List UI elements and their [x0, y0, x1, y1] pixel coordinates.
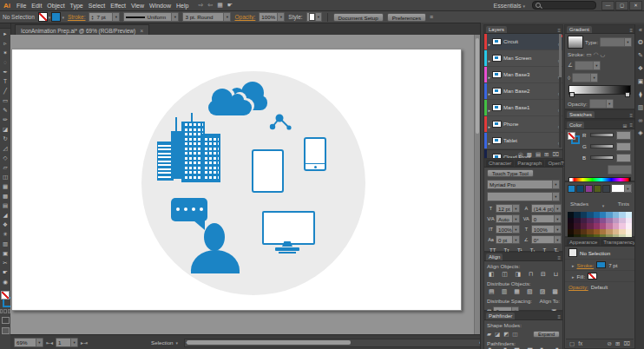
touch-type-tool-button[interactable]: Touch Type Tool: [487, 169, 534, 177]
layer-thumbnail[interactable]: [492, 121, 502, 128]
leading-field[interactable]: (14.4 pt): [531, 204, 562, 213]
color-button[interactable]: [0, 309, 3, 313]
fill-swatch[interactable]: [38, 12, 48, 22]
menu-item[interactable]: Effect: [110, 3, 126, 9]
eraser-tool-icon[interactable]: ◪: [0, 124, 10, 134]
building-solid-tower[interactable]: [171, 131, 181, 179]
last-artboard-icon[interactable]: ⇥: [83, 340, 88, 346]
chevron-down-icon[interactable]: [552, 181, 559, 188]
chevron-down-icon[interactable]: [624, 38, 631, 46]
restore-button[interactable]: ▢: [615, 1, 628, 10]
canvas-pasteboard[interactable]: [10, 35, 480, 334]
stock-icon[interactable]: ⇦: [207, 2, 213, 9]
harmony-rules-select[interactable]: [611, 184, 632, 193]
vertical-scale-field[interactable]: 100%: [496, 225, 520, 234]
layer-name[interactable]: Tablet: [503, 138, 556, 143]
gradient-thumbnail[interactable]: [568, 36, 583, 49]
links-icon[interactable]: ∞: [639, 117, 643, 123]
horizontal-scrollbar[interactable]: [184, 339, 483, 347]
expand-triangle-icon[interactable]: [572, 262, 575, 268]
tab-close-icon[interactable]: ×: [140, 28, 143, 34]
magic-wand-tool-icon[interactable]: ✶: [0, 48, 10, 57]
gradient-button[interactable]: [3, 309, 6, 313]
tab-layers[interactable]: Layers: [486, 26, 507, 33]
baseline-shift-field[interactable]: 0 pt: [496, 235, 520, 244]
minus-front-icon[interactable]: ◪: [495, 331, 500, 338]
variable-width-select[interactable]: Uniform: [123, 12, 179, 22]
fx-icon[interactable]: fx: [578, 340, 582, 347]
draw-mode-button[interactable]: [2, 317, 10, 324]
tab-character-group[interactable]: Paragraph: [515, 160, 544, 167]
opacity-link[interactable]: Opacity:: [568, 284, 588, 290]
share-icon[interactable]: ☛: [227, 2, 233, 9]
expand-triangle-icon[interactable]: [489, 133, 491, 148]
menu-item[interactable]: Edit: [31, 3, 42, 9]
eyedropper-tool-icon[interactable]: ◢: [0, 210, 10, 220]
collapse-panels-icon[interactable]: «: [639, 27, 642, 33]
expand-triangle-icon[interactable]: [489, 34, 491, 49]
chevron-down-icon[interactable]: [171, 13, 178, 21]
tints-label[interactable]: Tints: [618, 201, 629, 207]
layer-row[interactable]: Circuit: [484, 34, 562, 50]
harmony-swatch[interactable]: [576, 185, 584, 193]
rectangle-tool-icon[interactable]: ▭: [0, 95, 10, 105]
gradient-angle-field[interactable]: [575, 61, 601, 70]
distribute-left-icon[interactable]: ▧: [527, 288, 533, 295]
harmony-swatch[interactable]: [594, 185, 601, 193]
minimize-button[interactable]: —: [601, 1, 614, 10]
harmony-swatch[interactable]: [585, 185, 593, 193]
grid-view-icon[interactable]: ⊞: [622, 122, 627, 128]
layer-row[interactable]: Man Base3: [484, 67, 562, 83]
expand-triangle-icon[interactable]: [489, 83, 491, 99]
arrange-documents-icon[interactable]: ▦: [217, 2, 223, 9]
layer-name[interactable]: Man Screen: [503, 56, 556, 61]
expand-triangle-icon[interactable]: [489, 100, 491, 115]
align-h-center-icon[interactable]: ◫: [502, 271, 508, 278]
chevron-down-icon[interactable]: [554, 215, 561, 222]
harmony-swatch[interactable]: [568, 185, 575, 193]
tablet-icon[interactable]: [252, 149, 284, 193]
cloud-front-icon[interactable]: [208, 89, 253, 115]
clear-appearance-icon[interactable]: ⊘: [608, 340, 612, 347]
blend-tool-icon[interactable]: ❖: [0, 220, 10, 229]
chevron-down-icon[interactable]: [62, 14, 64, 20]
document-setup-button[interactable]: Document Setup: [333, 13, 384, 22]
style-select[interactable]: [306, 12, 322, 22]
menu-item[interactable]: Object: [47, 3, 64, 9]
workspace-switcher[interactable]: Essentials: [494, 3, 525, 9]
gradient-opacity-field[interactable]: [589, 99, 614, 109]
distribute-top-icon[interactable]: ▤: [489, 288, 495, 295]
menu-item[interactable]: Help: [176, 3, 188, 9]
layer-thumbnail[interactable]: [492, 55, 502, 63]
unite-icon[interactable]: ▰: [487, 331, 491, 338]
building-antenna[interactable]: [175, 117, 177, 132]
chevron-down-icon[interactable]: [49, 14, 51, 20]
layer-thumbnail[interactable]: [492, 71, 502, 79]
tracking-field[interactable]: 0: [531, 214, 562, 223]
layer-name[interactable]: Man Base1: [503, 105, 556, 110]
chat-bubble-icon[interactable]: [171, 198, 207, 221]
font-style-select[interactable]: [487, 192, 560, 201]
graphic-styles-icon[interactable]: ▣: [638, 78, 644, 85]
rotation-field[interactable]: 0°: [531, 235, 562, 244]
duplicate-item-icon[interactable]: ⊞: [615, 340, 620, 347]
gradient-stop[interactable]: [625, 92, 630, 97]
brushes-icon[interactable]: ✎: [638, 52, 643, 59]
pen-tool-icon[interactable]: ✒: [0, 67, 10, 76]
bridge-icon[interactable]: ⇨: [198, 2, 203, 9]
panel-menu-icon[interactable]: ≡: [557, 314, 561, 319]
panel-menu-icon[interactable]: ≡: [629, 122, 633, 128]
layer-name[interactable]: Man Base2: [503, 89, 556, 94]
layer-name[interactable]: Man Base3: [503, 72, 556, 77]
tab-appearance-group[interactable]: Transparency: [601, 239, 637, 246]
free-transform-tool-icon[interactable]: ▱: [0, 162, 10, 172]
navigator-icon[interactable]: ◈: [638, 129, 642, 136]
tab-swatches[interactable]: Swatches: [567, 111, 595, 118]
pencil-tool-icon[interactable]: ✏: [0, 115, 10, 124]
expand-triangle-icon[interactable]: [489, 67, 491, 82]
lasso-tool-icon[interactable]: ◌: [0, 57, 10, 67]
layer-thumbnail[interactable]: [492, 88, 502, 95]
menu-item[interactable]: Select: [89, 3, 105, 9]
panel-menu-icon[interactable]: ≡: [557, 28, 561, 33]
horizontal-scale-field[interactable]: 100%: [531, 225, 562, 234]
